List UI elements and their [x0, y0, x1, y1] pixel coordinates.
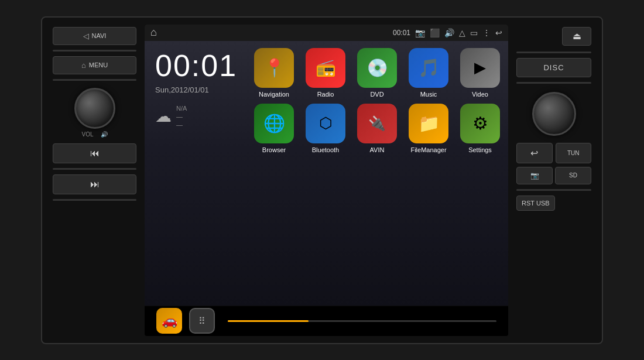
dvd-label: DVD [370, 91, 383, 98]
avin-icon: 🔌 [357, 104, 397, 143]
menu-label: MENU [89, 61, 108, 68]
apps-panel: 📍 Navigation 📻 Radio 💿 DVD 🎵 Music [248, 41, 508, 306]
status-conn-icon: ⬛ [430, 28, 440, 37]
app-radio[interactable]: 📻 Radio [302, 48, 349, 98]
app-navigation[interactable]: 📍 Navigation [251, 48, 297, 98]
browser-icon: 🌐 [254, 104, 294, 143]
right-slot-3 [516, 189, 591, 191]
rst-button[interactable]: RST USB [516, 196, 555, 211]
bluetooth-label: Bluetooth [312, 146, 339, 153]
vol-label: VOL [81, 131, 93, 138]
navi-icon: ◁ [83, 32, 89, 40]
status-more-icon: ⋮ [482, 28, 491, 37]
weather-condition: — [176, 113, 187, 120]
files-icon: 📁 [409, 104, 448, 143]
radio-label: Radio [317, 91, 334, 98]
weather-temp: N/A [176, 105, 187, 112]
avin-label: AVIN [370, 146, 385, 153]
navi-button[interactable]: ◁ NAVI [53, 27, 136, 45]
nav-label: Navigation [259, 91, 289, 98]
app-bluetooth[interactable]: ⬡ Bluetooth [302, 104, 349, 153]
app-filemanager[interactable]: 📁 FileManager [405, 104, 452, 153]
right-panel: ⏏ DISC ↩ TUN 📷 SD RST USB [513, 25, 595, 336]
app-browser[interactable]: 🌐 Browser [251, 104, 297, 153]
dvd-icon: 💿 [357, 48, 397, 88]
status-camera-icon: 📷 [415, 28, 425, 37]
right-slot-1 [516, 52, 591, 53]
video-icon: ▶ [460, 48, 500, 88]
disc-button[interactable]: DISC [516, 58, 591, 77]
track-buttons: ⏮ [53, 143, 136, 163]
track-buttons-2: ⏭ [53, 174, 136, 194]
right-nav-buttons: ↩ TUN [516, 143, 591, 163]
menu-button[interactable]: ⌂ MENU [53, 56, 136, 74]
dock-progress-fill [228, 320, 309, 322]
usb-icon: USB [536, 200, 550, 207]
weather-info: N/A — — [176, 105, 187, 128]
eject-button[interactable]: ⏏ [562, 27, 591, 46]
settings-label: Settings [468, 146, 492, 153]
main-screen: ⌂ 00:01 📷 ⬛ 🔊 △ ▭ ⋮ ↩ 00:01 Sun,2012/01/… [145, 25, 508, 336]
next-button[interactable]: ⏭ [53, 174, 136, 194]
tun-button[interactable]: TUN [556, 143, 592, 163]
car-head-unit: ◁ NAVI ⌂ MENU VOL 🔊 ⏮ ⏭ ⌂ [41, 16, 603, 344]
music-label: Music [420, 91, 437, 98]
app-video[interactable]: ▶ Video [457, 48, 503, 98]
nav-icon: 📍 [254, 48, 294, 88]
back-button[interactable]: ↩ [516, 143, 553, 163]
apps-row-2: 🌐 Browser ⬡ Bluetooth 🔌 AVIN 📁 FileManag… [251, 104, 503, 153]
dock-car-button[interactable]: 🚗 [156, 308, 182, 334]
app-dvd[interactable]: 💿 DVD [354, 48, 400, 98]
bluetooth-icon: ⬡ [306, 104, 345, 143]
slot-line-2 [53, 79, 136, 81]
clock-date: Sun,2012/01/01 [155, 85, 242, 94]
weather-dash: — [176, 121, 187, 128]
clock-panel: 00:01 Sun,2012/01/01 ☁ N/A — — [145, 41, 248, 306]
browser-label: Browser [262, 146, 286, 153]
app-music[interactable]: 🎵 Music [405, 48, 452, 98]
status-time: 00:01 [393, 29, 410, 37]
settings-icon: ⚙ [460, 104, 500, 143]
apps-row-1: 📍 Navigation 📻 Radio 💿 DVD 🎵 Music [251, 48, 503, 98]
rst-row: RST USB [516, 196, 591, 211]
files-label: FileManager [410, 146, 446, 153]
navi-label: NAVI [92, 32, 107, 39]
app-settings[interactable]: ⚙ Settings [457, 104, 503, 153]
home-icon[interactable]: ⌂ [150, 26, 157, 39]
knob-label: VOL 🔊 [81, 131, 107, 138]
status-rect-icon: ▭ [470, 28, 478, 37]
prev-button[interactable]: ⏮ [53, 143, 136, 163]
status-back-icon[interactable]: ↩ [495, 28, 502, 37]
weather-widget: ☁ N/A — — [155, 105, 242, 128]
menu-icon: ⌂ [81, 61, 86, 70]
status-vol-icon: 🔊 [444, 28, 454, 37]
video-label: Video [472, 91, 488, 98]
status-triangle-icon: △ [459, 28, 465, 37]
slot-line-4 [53, 199, 136, 201]
dock-grid-button[interactable]: ⠿ [189, 308, 215, 334]
camera-button[interactable]: 📷 [516, 167, 553, 184]
right-action-row: 📷 SD [516, 167, 591, 184]
dock-bar: 🚗 ⠿ [145, 306, 508, 336]
right-knob[interactable] [532, 92, 576, 136]
app-avin[interactable]: 🔌 AVIN [354, 104, 400, 153]
sd-button[interactable]: SD [555, 167, 591, 184]
statusbar-center: 00:01 📷 ⬛ 🔊 △ ▭ ⋮ ↩ [393, 28, 502, 37]
slot-line-3 [53, 168, 136, 170]
status-bar: ⌂ 00:01 📷 ⬛ 🔊 △ ▭ ⋮ ↩ [145, 25, 508, 41]
mute-icon: 🔊 [101, 131, 108, 138]
music-icon: 🎵 [409, 48, 448, 88]
volume-knob-container: VOL 🔊 [74, 88, 115, 138]
volume-knob[interactable] [74, 88, 115, 129]
radio-icon: 📻 [306, 48, 345, 88]
left-panel: ◁ NAVI ⌂ MENU VOL 🔊 ⏮ ⏭ [49, 25, 140, 336]
rst-label: RST [522, 200, 535, 207]
weather-cloud-icon: ☁ [155, 107, 172, 126]
slot-line-1 [53, 50, 136, 52]
right-slot-2 [516, 82, 591, 84]
big-clock: 00:01 [155, 50, 242, 81]
dock-progress-bar [228, 320, 496, 322]
screen-content: 00:01 Sun,2012/01/01 ☁ N/A — — 📍 Naviga [145, 41, 508, 306]
